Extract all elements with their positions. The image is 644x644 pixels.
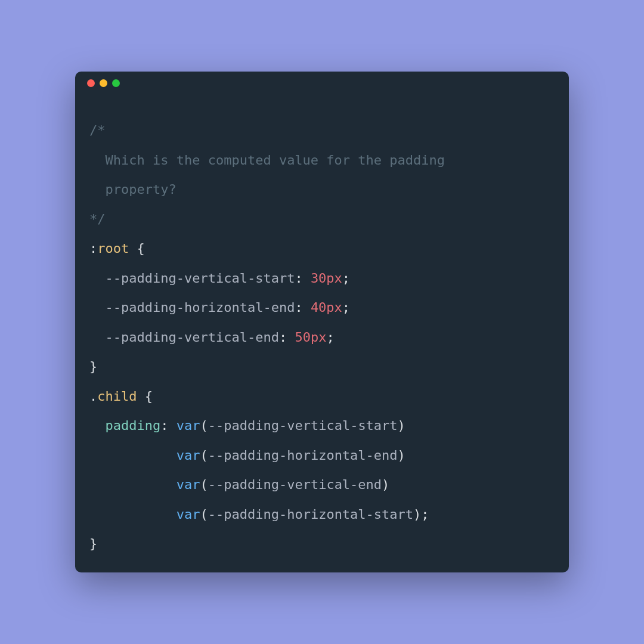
var-arg-2: --padding-horizontal-end [208,448,398,463]
paren-open: ( [200,418,208,433]
paren-open: ( [200,477,208,492]
paren-close: ) [413,507,421,522]
dot: . [89,389,97,404]
titlebar [75,72,569,94]
paren-open: ( [200,507,208,522]
colon: : [295,300,311,315]
var-arg-3: --padding-vertical-end [208,477,382,492]
maximize-icon[interactable] [112,79,120,87]
colon: : [160,418,177,433]
colon: : [279,330,295,345]
pseudo-colon: : [89,241,97,256]
minimize-icon[interactable] [100,79,107,87]
css-var-value-1: 30px [311,271,342,286]
var-function: var [177,448,200,463]
css-var-name-1: --padding-vertical-start [89,271,295,286]
paren-open: ( [200,448,208,463]
semicolon: ; [326,330,334,345]
semicolon: ; [421,507,429,522]
css-var-name-3: --padding-vertical-end [89,330,279,345]
paren-close: ) [398,448,405,463]
semicolon: ; [342,300,350,315]
comment-open: /* [89,123,106,138]
semicolon: ; [342,271,350,286]
brace-open: { [129,241,145,256]
selector-root: root [97,241,129,256]
comment-close: */ [89,212,106,227]
brace-close: } [89,536,97,551]
indent [89,470,177,500]
colon: : [295,271,311,286]
brace-close: } [89,359,97,374]
var-arg-1: --padding-vertical-start [208,418,398,433]
indent [89,500,177,530]
brace-open: { [137,389,153,404]
selector-child: child [97,389,137,404]
var-function: var [177,418,200,433]
comment-line-1: Which is the computed value for the padd… [89,153,445,168]
paren-close: ) [398,418,405,433]
paren-close: ) [382,477,389,492]
close-icon[interactable] [87,79,95,87]
comment-line-2: property? [89,182,177,197]
css-var-value-3: 50px [295,330,326,345]
var-arg-4: --padding-horizontal-start [208,507,413,522]
var-function: var [177,477,200,492]
var-function: var [177,507,200,522]
code-window: /* Which is the computed value for the p… [75,72,569,572]
css-var-value-2: 40px [311,300,342,315]
indent [89,441,177,470]
code-block: /* Which is the computed value for the p… [75,94,569,572]
padding-property: padding [89,418,160,433]
css-var-name-2: --padding-horizontal-end [89,300,295,315]
